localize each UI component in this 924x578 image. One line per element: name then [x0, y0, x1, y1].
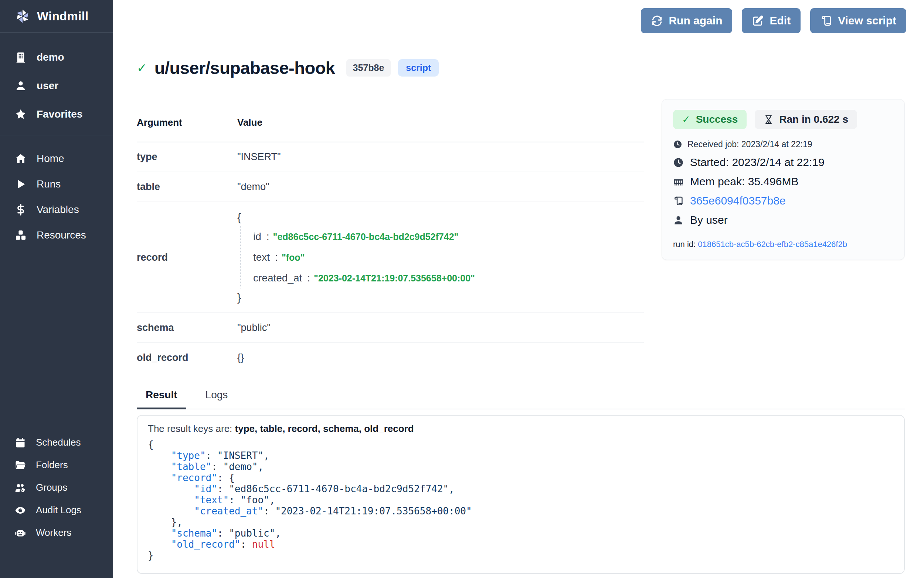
- user-icon: [15, 80, 27, 92]
- sidebar-item-label: Variables: [37, 204, 79, 216]
- result-json-line: "id": "ed86c5cc-6711-4670-bc4a-bd2c9d52f…: [148, 483, 894, 494]
- result-json-line: "schema": "public",: [148, 528, 894, 539]
- sidebar-item-workers[interactable]: Workers: [0, 521, 113, 544]
- object-entry-created-at: created_at:"2023-02-14T21:19:07.535658+0…: [253, 268, 644, 289]
- sidebar-item-label: Folders: [36, 459, 68, 471]
- sidebar-item-home[interactable]: Home: [0, 146, 113, 171]
- argument-row-record: record{id:"ed86c5cc-6711-4670-bc4a-bd2c9…: [137, 202, 644, 313]
- result-json-line: },: [148, 516, 894, 528]
- person-icon: [673, 215, 684, 226]
- run-status-panel: ✓ Success Ran in 0.622 s Received job: 2…: [662, 99, 905, 260]
- clock-icon: [673, 140, 682, 149]
- argument-row-table: table"demo": [137, 172, 644, 202]
- eye-icon: [15, 505, 26, 516]
- result-json-line: "old_record": null: [148, 539, 894, 550]
- view-script-button[interactable]: View script: [810, 8, 906, 33]
- object-close-brace: }: [237, 291, 644, 304]
- robot-icon: [15, 527, 26, 538]
- app-logo[interactable]: Windmill: [0, 0, 113, 32]
- app-name: Windmill: [37, 9, 89, 23]
- groups-icon: [15, 482, 26, 493]
- run-metadata: Received job: 2023/2/14 at 22:19 Started…: [673, 140, 893, 226]
- column-header-value: Value: [237, 111, 644, 142]
- button-label: View script: [838, 15, 896, 27]
- sidebar-item-variables[interactable]: Variables: [0, 197, 113, 222]
- object-key: text: [253, 252, 270, 263]
- sidebar-item-groups[interactable]: Groups: [0, 476, 113, 499]
- object-colon: :: [275, 252, 278, 263]
- object-colon: :: [267, 231, 269, 242]
- argument-value: "public": [237, 313, 644, 343]
- sidebar-item-favorites[interactable]: Favorites: [0, 100, 113, 128]
- cubes-icon: [15, 229, 27, 241]
- object-value: "2023-02-14T21:19:07.535658+00:00": [314, 273, 475, 283]
- result-json-line: "record": {: [148, 472, 894, 483]
- status-badge: ✓ Success: [673, 110, 747, 129]
- started-row: Started: 2023/2/14 at 22:19: [673, 156, 893, 169]
- mem-peak-row: Mem peak: 35.496MB: [673, 175, 893, 188]
- folder-icon: [15, 459, 26, 471]
- sidebar-workspace-section: demouserFavorites: [0, 32, 113, 135]
- sidebar-item-user[interactable]: user: [0, 71, 113, 100]
- sidebar-item-label: Audit Logs: [36, 504, 81, 516]
- by-user-row: By user: [673, 214, 893, 226]
- toolbar: Run againEditView script: [641, 8, 906, 33]
- result-json-line: "table": "demo",: [148, 461, 894, 472]
- argument-row-schema: schema"public": [137, 313, 644, 343]
- memory-icon: [673, 176, 684, 187]
- run-id-row: run id: 018651cb-ac5b-62cb-efb2-c85a1e42…: [673, 240, 893, 249]
- sidebar: Windmill demouserFavorites HomeRunsVaria…: [0, 0, 113, 578]
- tab-result[interactable]: Result: [137, 387, 186, 409]
- argument-name: old_record: [137, 343, 237, 372]
- hourglass-icon: [764, 115, 774, 125]
- argument-row-type: type"INSERT": [137, 142, 644, 172]
- sidebar-item-label: user: [37, 80, 58, 92]
- sidebar-item-runs[interactable]: Runs: [0, 171, 113, 197]
- tab-logs[interactable]: Logs: [197, 387, 237, 409]
- sidebar-nav-section: HomeRunsVariablesResources: [0, 135, 113, 255]
- duration-badge: Ran in 0.622 s: [755, 110, 857, 129]
- received-job-text: Received job: 2023/2/14 at 22:19: [688, 140, 812, 149]
- calendar-icon: [15, 437, 26, 448]
- star-icon: [15, 108, 27, 120]
- windmill-logo-icon: [14, 8, 31, 25]
- sidebar-item-label: Favorites: [37, 108, 83, 120]
- button-label: Edit: [770, 15, 791, 27]
- sidebar-item-resources[interactable]: Resources: [0, 222, 113, 248]
- argument-row-old-record: old_record{}: [137, 343, 644, 372]
- arguments-table: Argument Value type"INSERT"table"demo"re…: [137, 111, 644, 372]
- result-summary: The result keys are: type, table, record…: [148, 423, 894, 435]
- object-value: "foo": [282, 252, 305, 263]
- sidebar-item-folders[interactable]: Folders: [0, 454, 113, 476]
- argument-value: "demo": [237, 172, 644, 202]
- result-summary-prefix: The result keys are:: [148, 423, 235, 434]
- object-entry-id: id:"ed86c5cc-6711-4670-bc4a-bd2c9d52f742…: [253, 226, 644, 247]
- home-icon: [15, 153, 27, 164]
- button-label: Run again: [668, 15, 722, 27]
- duration-label: Ran in 0.622 s: [779, 114, 848, 125]
- argument-value: {id:"ed86c5cc-6711-4670-bc4a-bd2c9d52f74…: [237, 202, 644, 313]
- by-user-text: By user: [690, 214, 728, 226]
- result-json-line: }: [148, 550, 894, 561]
- result-json-line: {: [148, 439, 894, 450]
- result-json-line: "created_at": "2023-02-14T21:19:07.53565…: [148, 505, 894, 516]
- object-key: created_at: [253, 272, 302, 284]
- check-icon: ✓: [682, 114, 690, 125]
- mem-peak-text: Mem peak: 35.496MB: [690, 175, 798, 188]
- result-tabs: ResultLogs: [137, 387, 905, 409]
- sidebar-item-schedules[interactable]: Schedules: [0, 431, 113, 454]
- script-hash-link[interactable]: 365e6094f0357b8e: [690, 195, 786, 207]
- script-hash-badge: 357b8e: [346, 59, 391, 76]
- script-kind-badge: script: [398, 59, 439, 76]
- edit-button[interactable]: Edit: [742, 8, 801, 33]
- sidebar-item-audit-logs[interactable]: Audit Logs: [0, 499, 113, 521]
- run-again-button[interactable]: Run again: [641, 8, 732, 33]
- column-header-argument: Argument: [137, 111, 237, 142]
- sidebar-item-label: demo: [37, 51, 64, 63]
- run-id-link[interactable]: 018651cb-ac5b-62cb-efb2-c85a1e426f2b: [698, 240, 847, 249]
- result-summary-keys: type, table, record, schema, old_record: [235, 423, 414, 434]
- run-id-label: run id:: [673, 240, 698, 249]
- sidebar-item-demo[interactable]: demo: [0, 43, 113, 71]
- scroll-icon: [673, 196, 684, 206]
- argument-name: record: [137, 202, 237, 313]
